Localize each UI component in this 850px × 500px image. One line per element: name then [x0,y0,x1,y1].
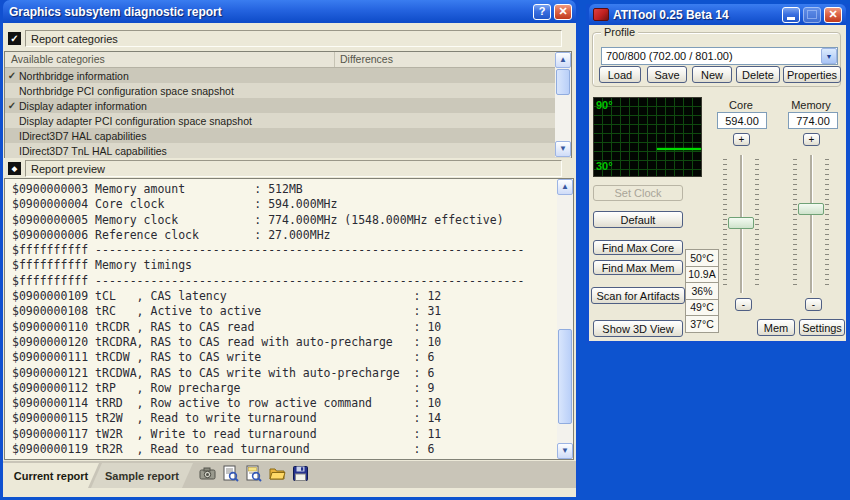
report-line: $0900000003 Memory amount : 512MB [12,182,557,197]
slider-track [810,155,813,293]
categories-scrollbar[interactable]: ▲ ▼ [555,52,571,157]
settings-button[interactable]: Settings [799,319,845,336]
report-line: $0900000108 tRC , Active to active : 31 [12,304,557,319]
camera-icon[interactable] [199,465,216,482]
report-preview-row: ◆ Report preview [8,160,562,177]
properties-button[interactable]: Properties [783,66,841,83]
status-readouts: 50°C 10.9A 36% 49°C 37°C [685,249,719,333]
collapse-toggle[interactable]: ◆ [8,162,21,175]
category-label: Northbridge PCI configuration space snap… [19,85,234,97]
memory-clock-field[interactable]: 774.00 [788,112,838,129]
tab-current-report[interactable]: Current report [3,463,99,488]
memory-plus-button[interactable]: + [803,133,820,146]
report-preview-label: Report preview [25,160,562,177]
memory-label: Memory [779,99,843,111]
category-label: Display adapter information [19,100,147,112]
report-categories-row: ✓ Report categories [8,30,562,47]
core-minus-button[interactable]: - [735,298,752,311]
profile-group-label: Profile [601,26,638,38]
scroll-up-icon[interactable]: ▲ [557,179,573,195]
core-clock-field[interactable]: 594.00 [717,112,767,129]
table-row[interactable]: ✓ Display adapter information [5,98,571,113]
preview-scrollbar[interactable]: ▲ ▼ [557,179,573,459]
report-line: $ffffffffff ----------------------------… [12,243,557,258]
minimize-icon [787,17,795,20]
print-preview-icon[interactable] [222,465,239,482]
core-label: Core [709,99,773,111]
table-row[interactable]: ✓ Northbridge information [5,68,571,83]
chevron-down-icon[interactable]: ▼ [821,48,837,64]
close-button[interactable]: ✕ [554,4,572,20]
report-line: $ffffffffff ----------------------------… [12,274,557,289]
core-slider[interactable] [721,155,761,293]
scroll-down-icon[interactable]: ▼ [557,443,573,459]
report-line: $0900000112 tRP , Row precharge : 9 [12,381,557,396]
check-icon: ✓ [5,70,19,81]
report-titlebar: Graphics subsytem diagnostic report ? ✕ [3,0,576,23]
core-slider-thumb[interactable] [728,217,754,229]
report-preview-text[interactable]: $0900000003 Memory amount : 512MB $09000… [5,179,557,459]
report-line: $0900000111 tRCDW , RAS to CAS write : 6 [12,350,557,365]
table-row[interactable]: IDirect3D7 HAL capabilities [5,128,571,143]
ambient-temp-value: 37°C [685,316,719,333]
zoom-report-icon[interactable] [245,465,262,482]
report-window: Graphics subsytem diagnostic report ? ✕ … [0,0,579,497]
table-row[interactable]: IDirect3D7 TnL HAL capabilities [5,143,571,158]
core-plus-button[interactable]: + [733,133,750,146]
report-line: $ffffffffff Memory timings [12,258,557,273]
slider-ticks [825,159,829,289]
memory-slider-thumb[interactable] [798,203,824,215]
table-row[interactable]: Display adapter PCI configuration space … [5,113,571,128]
report-preview-pane: $0900000003 Memory amount : 512MB $09000… [4,178,574,460]
window-title: Graphics subsytem diagnostic report [9,5,530,19]
temperature-trace [657,148,701,150]
scroll-down-icon[interactable]: ▼ [555,141,571,157]
report-line: $0900000117 tW2R , Write to read turnaro… [12,427,557,442]
report-categories-checkbox[interactable]: ✓ [8,32,21,45]
fan-duty-value: 36% [685,283,719,300]
scan-for-artifacts-button[interactable]: Scan for Artifacts [591,287,685,304]
category-label: Display adapter PCI configuration space … [19,115,252,127]
report-line: $0900000109 tCL , CAS latency : 12 [12,289,557,304]
categories-table: Available categories Differences ✓ North… [4,51,572,158]
category-label: IDirect3D7 HAL capabilities [19,130,146,142]
tab-label: Sample report [105,470,179,482]
delete-button[interactable]: Delete [736,66,780,83]
category-label: Northbridge information [19,70,129,82]
memory-slider[interactable] [791,155,831,293]
help-button[interactable]: ? [533,4,551,20]
profile-select[interactable]: 700/800 (702.00 / 801.00) ▼ [601,47,838,65]
close-button[interactable]: ✕ [824,7,842,23]
report-line: $0900000121 tRCDWA, RAS to CAS write wit… [12,366,557,381]
check-icon: ✓ [10,34,18,44]
report-categories-label: Report categories [25,30,562,47]
slider-ticks [723,159,727,289]
report-line: $0900000006 Reference clock : 27.000MHz [12,228,557,243]
new-button[interactable]: New [692,66,732,83]
memory-minus-button[interactable]: - [805,298,822,311]
env-temp-value: 49°C [685,300,719,317]
tab-sample-report[interactable]: Sample report [91,463,193,488]
report-line: $0900000119 tR2R , Read to read turnarou… [12,442,557,457]
atitool-titlebar: ATITool 0.25 Beta 14 ✕ [589,4,846,25]
show-3d-view-button[interactable]: Show 3D View [593,320,683,337]
set-clock-button: Set Clock [593,185,683,201]
scroll-up-icon[interactable]: ▲ [555,52,571,68]
graph-max-label: 90° [596,99,613,111]
slider-ticks [755,159,759,289]
mem-button[interactable]: Mem [757,319,795,336]
load-button[interactable]: Load [599,66,641,83]
find-max-core-button[interactable]: Find Max Core [593,240,683,255]
scrollbar-thumb[interactable] [556,69,570,95]
table-row[interactable]: Northbridge PCI configuration space snap… [5,83,571,98]
save-icon[interactable] [292,465,309,482]
minimize-button[interactable] [782,7,800,23]
current-value: 10.9A [685,267,719,284]
find-max-mem-button[interactable]: Find Max Mem [593,260,683,275]
diamond-icon: ◆ [12,165,17,172]
open-folder-icon[interactable] [269,465,286,482]
default-button[interactable]: Default [593,211,683,228]
save-button[interactable]: Save [647,66,687,83]
scrollbar-thumb[interactable] [558,329,572,424]
atitool-app-icon [593,8,609,21]
